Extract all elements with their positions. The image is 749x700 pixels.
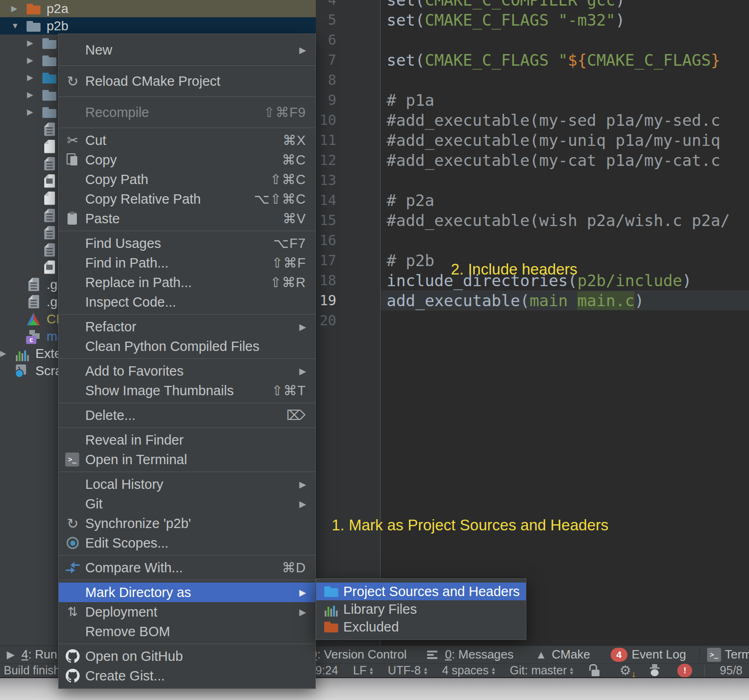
menu-item-mark-directory-as[interactable]: Mark Directory as▶ [59, 583, 315, 602]
code-line-11[interactable]: 11#add_executable(my-uniq p1a/my-uniq [316, 130, 749, 150]
tool-window-terminal[interactable]: >_Term [707, 647, 749, 662]
status-select-label: UTF-8 [388, 664, 421, 677]
menu-item-local-history[interactable]: Local History▶ [59, 474, 315, 494]
menu-item-synchronize-p2b[interactable]: ↻Synchronize 'p2b' [59, 514, 315, 533]
expand-arrow-icon[interactable]: ▶ [27, 90, 42, 100]
submenu-item-library-files[interactable]: Library Files [316, 600, 526, 618]
line-number: 19 [316, 292, 336, 309]
code-text: add_executable(main main.c) [387, 291, 644, 310]
code-text: #add_executable(wish p2a/wish.c p2a/ [387, 211, 730, 230]
line-number: 16 [316, 232, 336, 248]
menu-separator [59, 128, 315, 128]
status-error-circle[interactable]: ! [677, 664, 692, 678]
submenu-item-project-sources-and-headers[interactable]: Project Sources and Headers [316, 583, 526, 600]
tool-window-messages[interactable]: 0: Messages [427, 647, 513, 662]
tree-row-p2a[interactable]: ▶p2a [0, 0, 316, 17]
menu-item-new[interactable]: New▶ [59, 37, 315, 63]
line-number: 18 [316, 272, 336, 288]
code-line-7[interactable]: 7set(CMAKE_C_FLAGS "${CMAKE_C_FLAGS} [316, 50, 749, 70]
code-line-6[interactable]: 6 [316, 30, 749, 50]
menu-item-copy[interactable]: Copy⌘C [59, 150, 315, 170]
menu-item-replace-in-path[interactable]: Replace in Path...⇧⌘R [59, 273, 315, 292]
menu-item-shortcut: ⇧⌘F9 [264, 104, 306, 120]
menu-item-label: Edit Scopes... [85, 535, 169, 551]
code-line-19[interactable]: 19add_executable(main main.c) [316, 290, 749, 310]
menu-item-reveal-in-finder[interactable]: Reveal in Finder [59, 430, 315, 450]
menu-item-create-gist[interactable]: Create Gist... [59, 666, 315, 686]
submenu-arrow-icon: ▶ [299, 479, 306, 490]
line-separator-select[interactable]: LF▴▾ [353, 664, 373, 677]
terminal-icon: >_ [65, 453, 79, 467]
menu-item-compare-with[interactable]: Compare With...⌘D [59, 558, 315, 577]
tool-window-event-log[interactable]: 4Event Log [611, 647, 686, 662]
menu-item-open-in-terminal[interactable]: >_Open in Terminal [59, 450, 315, 469]
menu-item-label: Cut [85, 133, 106, 148]
expand-arrow-icon[interactable]: ▶ [0, 349, 15, 358]
code-line-5[interactable]: 5set(CMAKE_C_FLAGS "-m32") [316, 10, 749, 30]
menu-item-edit-scopes[interactable]: Edit Scopes... [59, 533, 315, 553]
expand-arrow-icon[interactable]: ▶ [27, 38, 42, 48]
menu-item-clean-python-compiled-files[interactable]: Clean Python Compiled Files [59, 336, 315, 356]
collapse-arrow-icon[interactable]: ▼ [11, 21, 26, 31]
expand-arrow-icon[interactable]: ▶ [11, 4, 26, 14]
expand-arrow-icon[interactable]: ▶ [27, 73, 42, 82]
menu-item-find-in-path[interactable]: Find in Path...⇧⌘F [59, 253, 315, 273]
memory-indicator[interactable]: 95/8 [720, 664, 742, 677]
code-line-14[interactable]: 14# p2a [316, 190, 749, 210]
menu-item-show-image-thumbnails[interactable]: Show Image Thumbnails⇧⌘T [59, 381, 315, 400]
encoding-select[interactable]: UTF-8▴▾ [388, 664, 427, 677]
code-line-8[interactable]: 8 [316, 70, 749, 90]
menu-item-shortcut: ⇧⌘C [270, 172, 306, 187]
menu-item-cut[interactable]: ✂Cut⌘X [59, 130, 315, 150]
code-line-15[interactable]: 15#add_executable(wish p2a/wish.c p2a/ [316, 210, 749, 230]
status-select-label: 4 spaces [442, 664, 489, 677]
menu-item-delete[interactable]: Delete...⌦ [59, 405, 315, 425]
folder-gray-icon [42, 105, 57, 120]
menu-item-remove-bom[interactable]: Remove BOM [59, 622, 315, 641]
code-line-13[interactable]: 13 [316, 170, 749, 190]
code-line-20[interactable]: 20 [316, 310, 749, 330]
menu-item-deployment[interactable]: ⇅Deployment▶ [59, 602, 315, 622]
menu-item-paste[interactable]: Paste⌘V [59, 209, 315, 228]
code-line-9[interactable]: 9# p1a [316, 90, 749, 110]
chevron-updown-icon: ▴▾ [424, 666, 427, 675]
code-line-4[interactable]: 4set(CMAKE_C_COMPILER gcc) [316, 0, 749, 10]
menu-item-copy-path[interactable]: Copy Path⇧⌘C [59, 170, 315, 189]
submenu-arrow-icon: ▶ [299, 322, 306, 332]
code-line-10[interactable]: 10#add_executable(my-sed p1a/my-sed.c [316, 110, 749, 130]
code-line-12[interactable]: 12#add_executable(my-cat p1a/my-cat.c [316, 150, 749, 170]
menu-item-git[interactable]: Git▶ [59, 494, 315, 514]
submenu-item-excluded[interactable]: Excluded [316, 618, 526, 636]
code-text: set(CMAKE_C_COMPILER gcc) [387, 0, 625, 9]
menu-item-add-to-favorites[interactable]: Add to Favorites▶ [59, 361, 315, 381]
status-lock-unlocked[interactable] [588, 664, 603, 678]
menu-item-refactor[interactable]: Refactor▶ [59, 317, 315, 336]
menu-item-open-on-github[interactable]: Open on GitHub [59, 646, 315, 666]
submenu-arrow-icon: ▶ [299, 607, 306, 618]
annotation-mark-as-sources: 1. Mark as Project Sources and Headers [332, 516, 608, 534]
status-hector[interactable] [647, 664, 662, 678]
line-number: 12 [316, 152, 336, 168]
tool-window-cmake[interactable]: ▲CMake [534, 647, 590, 662]
menu-item-find-usages[interactable]: Find Usages⌥F7 [59, 233, 315, 253]
menu-item-inspect-code[interactable]: Inspect Code... [59, 292, 315, 312]
indent-select[interactable]: 4 spaces▴▾ [442, 664, 495, 677]
sync-icon: ↻ [65, 74, 80, 89]
status-gear-update[interactable]: ⚙↓ [618, 664, 633, 678]
menu-item-label: Delete... [85, 408, 136, 423]
tool-window-run[interactable]: ▶4: Run [4, 647, 57, 662]
menu-item-copy-relative-path[interactable]: Copy Relative Path⌥⇧⌘C [59, 189, 315, 209]
code-editor[interactable]: 4set(CMAKE_C_COMPILER gcc)5set(CMAKE_C_F… [316, 0, 749, 645]
expand-arrow-icon[interactable]: ▶ [27, 55, 42, 65]
expand-arrow-icon[interactable]: ▶ [27, 107, 42, 117]
tree-row-p2b[interactable]: ▼p2b [0, 17, 316, 34]
code-line-16[interactable]: 16 [316, 230, 749, 250]
file-text-icon [42, 208, 57, 223]
line-number: 17 [316, 252, 336, 268]
menu-item-label: Add to Favorites [85, 364, 184, 379]
chevron-updown-icon: ▴▾ [370, 666, 373, 675]
menu-item-label: Reload CMake Project [85, 74, 220, 89]
menu-item-reload-cmake-project[interactable]: ↻Reload CMake Project [59, 68, 315, 94]
git-branch-select[interactable]: Git: master▴▾ [510, 664, 573, 677]
terminal-tool-icon: >_ [707, 648, 721, 662]
